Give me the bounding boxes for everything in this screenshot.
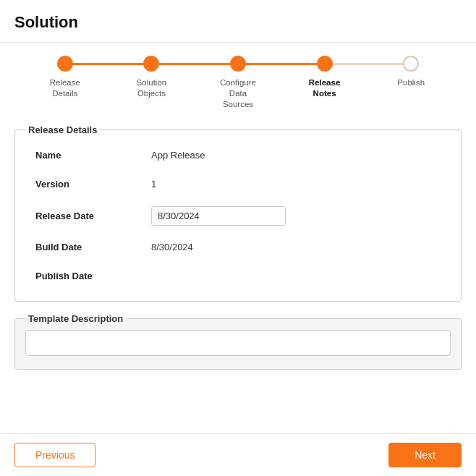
field-build-date: Build Date 8/30/2024 — [25, 233, 451, 262]
step-4-connector — [325, 63, 412, 65]
step-1-connector — [65, 63, 152, 65]
field-name-value: App Release — [151, 150, 205, 161]
step-3-connector — [238, 63, 325, 65]
template-description-title: Template Description — [25, 313, 126, 324]
step-1-circle — [57, 56, 73, 72]
template-description-input[interactable] — [25, 330, 451, 356]
field-build-date-label: Build Date — [35, 242, 151, 252]
step-4-label: ReleaseNotes — [309, 77, 340, 99]
step-1-label: ReleaseDetails — [50, 77, 80, 99]
field-version: Version 1 — [25, 170, 451, 199]
step-5: Publish — [367, 56, 454, 88]
step-2-label: SolutionObjects — [137, 77, 167, 99]
page-title: Solution — [14, 13, 78, 31]
field-version-label: Version — [35, 179, 151, 190]
stepper: ReleaseDetails SolutionObjects Configure… — [22, 56, 454, 110]
field-release-date: Release Date — [25, 199, 451, 233]
page-header: Solution — [0, 0, 476, 43]
field-version-value: 1 — [151, 179, 156, 190]
previous-button[interactable]: Previous — [14, 443, 95, 467]
stepper-container: ReleaseDetails SolutionObjects Configure… — [0, 43, 476, 117]
step-3-label: ConfigureDataSources — [220, 77, 256, 110]
step-4: ReleaseNotes — [281, 56, 368, 99]
step-5-label: Publish — [397, 77, 425, 88]
release-details-title: Release Details — [25, 124, 100, 135]
step-5-circle — [403, 56, 419, 72]
release-date-input[interactable] — [151, 206, 286, 226]
step-3-circle — [230, 56, 246, 72]
step-1: ReleaseDetails — [22, 56, 109, 99]
field-publish-date: Publish Date — [25, 262, 451, 291]
footer: Previous Next — [0, 433, 476, 476]
main-content: Release Details Name App Release Version… — [0, 117, 476, 377]
step-4-circle — [317, 56, 333, 72]
field-name: Name App Release — [25, 141, 451, 170]
next-button[interactable]: Next — [388, 443, 462, 467]
field-name-label: Name — [35, 150, 151, 161]
step-2-circle — [143, 56, 159, 72]
release-details-section: Release Details Name App Release Version… — [14, 124, 462, 302]
field-publish-date-label: Publish Date — [35, 271, 151, 281]
field-build-date-value: 8/30/2024 — [151, 242, 193, 252]
field-release-date-label: Release Date — [35, 211, 151, 221]
step-2: SolutionObjects — [109, 56, 195, 99]
step-2-connector — [151, 63, 238, 65]
template-description-section: Template Description — [14, 313, 462, 370]
